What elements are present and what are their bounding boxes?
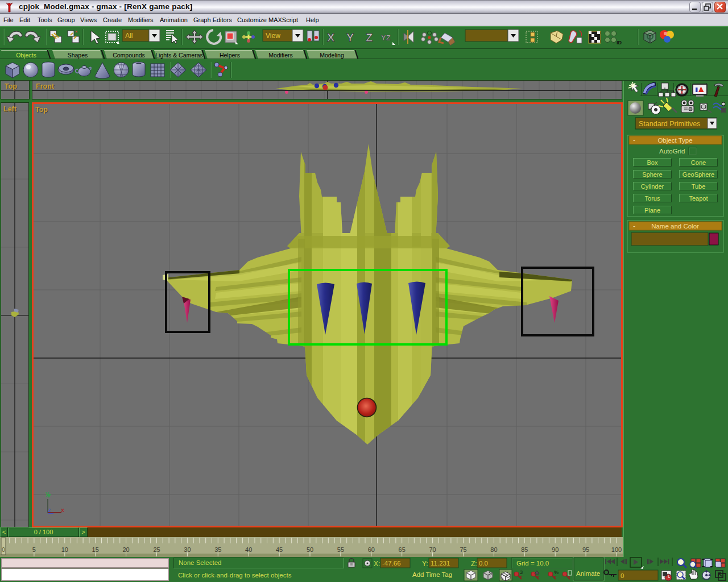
svg-text:Left: Left xyxy=(3,105,17,113)
svg-text:%: % xyxy=(554,569,559,575)
svg-text:Name and Color: Name and Color xyxy=(651,223,699,230)
svg-text:75: 75 xyxy=(460,546,466,553)
svg-text:95: 95 xyxy=(582,546,589,553)
svg-text:Object Type: Object Type xyxy=(657,137,692,144)
svg-text:90: 90 xyxy=(552,546,559,553)
svg-text:3: 3 xyxy=(520,569,523,575)
svg-text:0.0: 0.0 xyxy=(479,560,488,567)
svg-text:35: 35 xyxy=(214,546,221,553)
svg-text:-47.66: -47.66 xyxy=(382,560,401,567)
svg-text:Standard Primitives: Standard Primitives xyxy=(639,120,700,128)
svg-text:25: 25 xyxy=(153,546,160,553)
svg-text:0: 0 xyxy=(2,547,5,553)
svg-text:55: 55 xyxy=(337,546,344,553)
svg-text:100: 100 xyxy=(611,546,622,553)
svg-text:Z:: Z: xyxy=(471,560,477,568)
svg-text:x: x xyxy=(61,506,65,513)
svg-text:Grid = 10.0: Grid = 10.0 xyxy=(516,560,549,567)
svg-text:Y:: Y: xyxy=(422,560,428,568)
svg-text:z: z xyxy=(48,506,51,513)
svg-text:85: 85 xyxy=(521,546,528,553)
svg-text:-: - xyxy=(633,136,635,144)
svg-text:AutoGrid: AutoGrid xyxy=(659,148,685,155)
svg-text:0: 0 xyxy=(621,572,624,579)
svg-text:-: - xyxy=(633,222,635,230)
svg-text:15: 15 xyxy=(92,546,99,553)
svg-text:Top: Top xyxy=(5,82,17,90)
svg-text:70: 70 xyxy=(429,546,436,553)
svg-text:11.231: 11.231 xyxy=(431,560,450,567)
svg-text:65: 65 xyxy=(399,546,406,553)
svg-text:30: 30 xyxy=(184,546,191,553)
svg-text:80: 80 xyxy=(490,546,497,553)
svg-text:20: 20 xyxy=(122,546,129,553)
svg-text:60: 60 xyxy=(368,546,375,553)
svg-text:40: 40 xyxy=(245,546,252,553)
svg-text:45: 45 xyxy=(276,546,283,553)
svg-text:Top: Top xyxy=(35,106,48,114)
svg-text:Front: Front xyxy=(36,82,55,90)
svg-text:5: 5 xyxy=(32,546,36,553)
svg-text:50: 50 xyxy=(307,546,313,553)
svg-text:X:: X: xyxy=(374,560,380,568)
svg-text:10: 10 xyxy=(61,546,68,553)
svg-text:Animate: Animate xyxy=(576,570,600,577)
